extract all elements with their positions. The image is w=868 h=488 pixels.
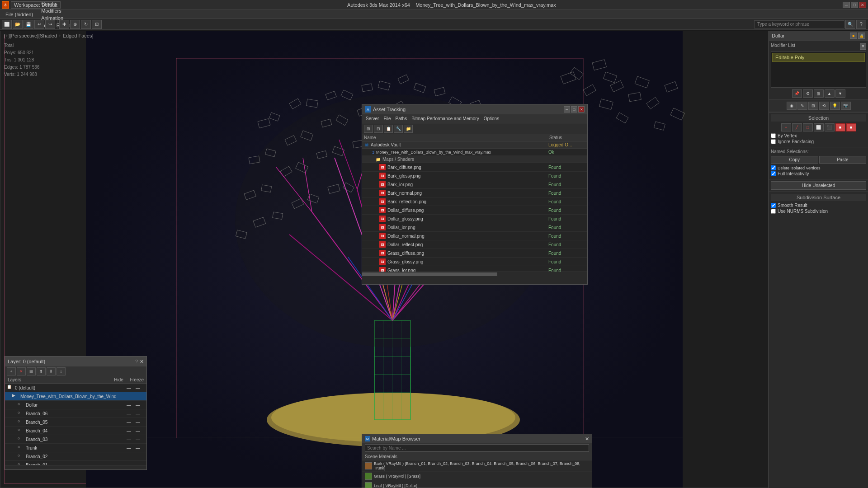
toolbar-save[interactable]: 💾 xyxy=(24,20,33,29)
asset-close[interactable]: ✕ xyxy=(578,106,585,113)
layer-move3-btn[interactable]: ↕ xyxy=(57,367,66,375)
toolbar-undo[interactable]: ↩ xyxy=(34,20,44,29)
hide-unselected-btn[interactable]: Hide Unselected xyxy=(771,181,866,190)
maximize-btn[interactable]: □ xyxy=(851,2,858,8)
mat-row-1[interactable]: Grass ( VRayMtl ) [Grass] xyxy=(362,472,592,481)
sel-active2-btn[interactable]: ■ xyxy=(846,123,856,131)
asset-row-8[interactable]: 🖼Dollar_normal.pngFound xyxy=(362,232,587,240)
layer-row-0[interactable]: 📋0 (default)—— xyxy=(5,384,146,392)
lock-icon[interactable]: 🔒 xyxy=(858,33,865,39)
asset-minimize[interactable]: ─ xyxy=(564,106,570,113)
ignore-backfacing-checkbox[interactable] xyxy=(771,139,776,144)
asset-row-2[interactable]: 🖼Bark_ior.pngFound xyxy=(362,180,587,189)
toolbar-move[interactable]: ⊕ xyxy=(70,20,80,29)
layer-new-btn[interactable]: + xyxy=(7,367,16,375)
asset-toolbar-5[interactable]: 📁 xyxy=(404,125,413,133)
mod-down-btn[interactable]: ▼ xyxy=(835,89,845,98)
asset-row-3[interactable]: 🖼Bark_normal.pngFound xyxy=(362,189,587,197)
asset-menu-bitmap[interactable]: Bitmap Performance and Memory xyxy=(410,116,481,121)
mod-up-btn[interactable]: ▲ xyxy=(825,89,835,98)
asset-hscroll[interactable] xyxy=(362,272,587,276)
layer-row-8[interactable]: ○Branch_02—— xyxy=(5,452,146,461)
mod-configure-btn[interactable]: ⚙ xyxy=(803,89,813,98)
asset-row-7[interactable]: 🖼Dollar_ior.pngFound xyxy=(362,223,587,232)
menu-modifiers[interactable]: Modifiers xyxy=(38,7,75,14)
layer-expand-btn[interactable]: ⊞ xyxy=(27,367,36,375)
layer-row-1[interactable]: ▶Money_Tree_with_Dollars_Blown_by_the_Wi… xyxy=(5,392,146,401)
asset-row-6[interactable]: 🖼Dollar_glossy.pngFound xyxy=(362,215,587,223)
layer-move2-btn[interactable]: ⬇ xyxy=(47,367,56,375)
help-btn[interactable]: ? xyxy=(856,20,866,29)
layer-row-2[interactable]: ○Dollar—— xyxy=(5,401,146,409)
sel-active-btn[interactable]: ■ xyxy=(835,123,845,131)
right-icon-3[interactable]: ⊞ xyxy=(808,102,818,110)
sel-element-btn[interactable]: ⬛ xyxy=(825,123,835,131)
toolbar-redo[interactable]: ↪ xyxy=(45,20,55,29)
asset-row-10[interactable]: 🖼Grass_diffuse.pngFound xyxy=(362,249,587,258)
full-interactivity-checkbox[interactable] xyxy=(771,171,776,176)
asset-row-4[interactable]: 🖼Bark_reflection.pngFound xyxy=(362,197,587,206)
layer-row-4[interactable]: ○Branch_05—— xyxy=(5,418,146,427)
mat-search-input[interactable] xyxy=(365,444,589,452)
layer-delete-btn[interactable]: ✕ xyxy=(17,367,26,375)
right-icon-5[interactable]: 💡 xyxy=(830,102,840,110)
toolbar-scale[interactable]: ⊡ xyxy=(92,20,102,29)
asset-toolbar-4[interactable]: 🔧 xyxy=(394,125,403,133)
close-btn[interactable]: ✕ xyxy=(859,2,866,8)
use-nurms-checkbox[interactable] xyxy=(771,209,776,214)
right-icon-1[interactable]: ◉ xyxy=(787,102,797,110)
right-icon-2[interactable]: ✎ xyxy=(797,102,807,110)
layer-row-7[interactable]: ○Trunk—— xyxy=(5,444,146,452)
toolbar-select[interactable]: ✚ xyxy=(59,20,69,29)
asset-menu-options[interactable]: Options xyxy=(482,116,501,121)
toolbar-rotate[interactable]: ↻ xyxy=(81,20,91,29)
menu-file[interactable]: File (hidden) xyxy=(2,11,37,18)
sel-edge-btn[interactable]: ╱ xyxy=(792,123,802,131)
layer-row-5[interactable]: ○Branch_04—— xyxy=(5,427,146,435)
toolbar-open[interactable]: 📂 xyxy=(13,20,23,29)
mat-close-btn[interactable]: ✕ xyxy=(585,436,589,442)
mod-delete-btn[interactable]: 🗑 xyxy=(814,89,824,98)
asset-toolbar-3[interactable]: 📋 xyxy=(384,125,393,133)
asset-row-5[interactable]: 🖼Dollar_diffuse.pngFound xyxy=(362,206,587,215)
asset-menu-paths[interactable]: Paths xyxy=(394,116,409,121)
asset-maximize[interactable]: □ xyxy=(571,106,577,113)
mat-row-2[interactable]: Leaf ( VRayMtl ) [Dollar] xyxy=(362,481,592,488)
layer-panel-help[interactable]: ? xyxy=(135,359,138,365)
asset-row-12[interactable]: 🖼Grass_ior.pngFound xyxy=(362,266,587,272)
asset-menu-server[interactable]: Server xyxy=(364,116,381,121)
search-btn[interactable]: 🔍 xyxy=(845,20,855,29)
toolbar-new[interactable]: ⬜ xyxy=(2,20,12,29)
asset-row-1[interactable]: 🖼Bark_glossy.pngFound xyxy=(362,172,587,180)
asset-menu-file[interactable]: File xyxy=(382,116,392,121)
modifier-item-editable-poly[interactable]: Editable Poly xyxy=(772,53,865,62)
by-vertex-checkbox[interactable] xyxy=(771,133,776,138)
sel-poly-btn[interactable]: ⬜ xyxy=(814,123,824,131)
color-swatch[interactable]: ■ xyxy=(850,33,857,39)
mod-pin-btn[interactable]: 📌 xyxy=(792,89,802,98)
layer-row-9[interactable]: ○Branch_01—— xyxy=(5,461,146,465)
menu-create[interactable]: Create xyxy=(38,0,75,7)
delete-isolated-checkbox[interactable] xyxy=(771,165,776,170)
layer-row-3[interactable]: ○Branch_06—— xyxy=(5,409,146,418)
asset-row-11[interactable]: 🖼Grass_glossy.pngFound xyxy=(362,258,587,266)
sel-border-btn[interactable]: □ xyxy=(803,123,813,131)
layer-row-6[interactable]: ○Branch_03—— xyxy=(5,435,146,444)
right-icon-6[interactable]: 📷 xyxy=(841,102,851,110)
right-icon-4[interactable]: ⟲ xyxy=(819,102,829,110)
asset-toolbar-2[interactable]: ⊟ xyxy=(374,125,383,133)
mat-row-0[interactable]: Bark ( VRayMtl ) [Branch_01, Branch_02, … xyxy=(362,460,592,472)
sel-vertex-btn[interactable]: • xyxy=(781,123,791,131)
paste-btn[interactable]: Paste xyxy=(819,156,867,164)
copy-btn[interactable]: Copy xyxy=(771,156,818,164)
smooth-result-checkbox[interactable] xyxy=(771,203,776,208)
asset-row-9[interactable]: 🖼Dollar_reflect.pngFound xyxy=(362,240,587,249)
minimize-btn[interactable]: ─ xyxy=(843,2,850,8)
layer-move1-btn[interactable]: ⬆ xyxy=(37,367,46,375)
modifier-dropdown[interactable]: ▼ xyxy=(860,43,866,50)
layer-scrollbar[interactable] xyxy=(5,465,146,469)
layer-panel-close[interactable]: ✕ xyxy=(140,359,144,365)
search-box[interactable]: Type a keyword or phrase xyxy=(754,20,844,28)
asset-toolbar-1[interactable]: ⊞ xyxy=(364,125,373,133)
asset-row-0[interactable]: 🖼Bark_diffuse.pngFound xyxy=(362,163,587,172)
